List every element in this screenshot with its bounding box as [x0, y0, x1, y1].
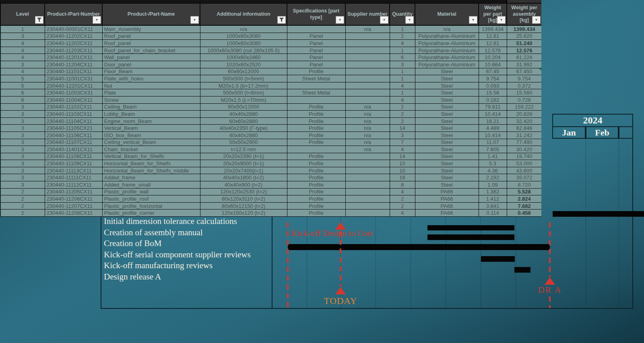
cell-qty[interactable]: 4 [390, 96, 415, 103]
cell-info[interactable]: 60x60x12000 [200, 68, 287, 75]
cell-supplier[interactable]: n/a [345, 111, 390, 118]
cell-spec[interactable]: Profile [287, 202, 345, 209]
cell-part_number[interactable]: 230440-11109CX11 [45, 160, 102, 167]
cell-info[interactable]: 500x500 (t=8mm) [200, 89, 287, 97]
cell-weight_assembly[interactable]: 61.224 [507, 54, 541, 61]
cell-weight_part[interactable]: 1.41 [479, 153, 507, 160]
cell-spec[interactable]: Panel [287, 61, 345, 68]
cell-qty[interactable]: 2 [390, 202, 415, 209]
cell-weight_assembly[interactable]: 77.490 [507, 139, 541, 146]
cell-part_name[interactable]: Vertical_Beam [102, 125, 200, 132]
cell-weight_assembly[interactable]: 5.528 [507, 188, 541, 195]
cell-weight_part[interactable]: 15.56 [479, 89, 507, 97]
cell-qty[interactable]: 1 [390, 25, 415, 33]
cell-spec[interactable]: Profile [287, 125, 345, 132]
cell-weight_part[interactable]: 67.45 [479, 68, 507, 75]
dropdown-arrow-button[interactable]: ▼ [532, 16, 541, 24]
cell-info[interactable]: M20x1.5 (b=17.2mm) [200, 82, 287, 89]
cell-material[interactable]: Steel [415, 131, 479, 139]
cell-part_number[interactable]: 230440-11201CX11 [45, 54, 102, 61]
cell-material[interactable]: Steel [415, 181, 479, 189]
cell-part_name[interactable]: Plastic_profile_corner [102, 209, 200, 217]
cell-weight_assembly[interactable]: 9.754 [507, 75, 541, 82]
dropdown-arrow-button[interactable]: ▼ [497, 16, 506, 24]
cell-supplier[interactable] [345, 167, 390, 174]
cell-spec[interactable]: Panel [287, 40, 345, 47]
cell-material[interactable]: Steel [415, 167, 479, 174]
cell-material[interactable]: Steel [415, 75, 479, 82]
cell-qty[interactable]: 7 [390, 139, 415, 146]
cell-level[interactable]: 3 [0, 111, 45, 118]
cell-part_number[interactable]: 230440-11205CX11 [45, 188, 102, 195]
cell-weight_assembly[interactable]: 53.000 [507, 160, 541, 167]
cell-weight_part[interactable]: 10.204 [479, 54, 507, 61]
cell-spec[interactable]: Panel [287, 54, 345, 61]
cell-weight_part[interactable]: 0.114 [479, 209, 507, 217]
cell-qty[interactable]: 1 [390, 89, 415, 97]
cell-spec[interactable]: Panel [287, 33, 345, 40]
cell-supplier[interactable] [345, 47, 390, 54]
cell-weight_part[interactable]: 4.489 [479, 125, 507, 132]
cell-info[interactable]: 60x60x2880 [200, 117, 287, 125]
cell-info[interactable]: 40x40x900 (t=2) [200, 181, 287, 189]
cell-part_name[interactable]: Wall_panel [102, 54, 200, 61]
cell-weight_assembly[interactable]: 32.420 [507, 117, 541, 125]
cell-part_number[interactable]: 230440-11004CX11 [45, 96, 102, 103]
cell-info[interactable]: 20x20x2390 (t=1) [200, 153, 287, 160]
cell-supplier[interactable]: n/a [345, 103, 390, 111]
cell-material[interactable]: n/a [415, 25, 479, 33]
cell-spec[interactable]: Profile [287, 195, 345, 203]
cell-spec[interactable]: Sheet Metal [287, 75, 345, 82]
cell-info[interactable]: 80x60x12150 (t=2) [200, 202, 287, 209]
cell-part_number[interactable]: 230440-11108CX11 [45, 153, 102, 160]
cell-weight_part[interactable]: 0.093 [479, 82, 507, 89]
cell-supplier[interactable] [345, 209, 390, 217]
cell-part_name[interactable]: Roof_panel [102, 40, 200, 47]
cell-weight_assembly[interactable]: 51.240 [507, 40, 541, 47]
cell-weight_part[interactable]: 2.192 [479, 174, 507, 181]
cell-part_number[interactable]: 230440-11106CX11 [45, 131, 102, 139]
cell-part_number[interactable]: 230440-11204CX11 [45, 61, 102, 68]
cell-supplier[interactable] [345, 160, 390, 167]
cell-level[interactable]: 3 [0, 33, 45, 40]
cell-qty[interactable]: 10 [390, 160, 415, 167]
cell-supplier[interactable]: n/a [345, 146, 390, 153]
cell-level[interactable]: 3 [0, 181, 45, 189]
cell-supplier[interactable] [345, 75, 390, 82]
cell-qty[interactable]: 2 [390, 195, 415, 203]
cell-info[interactable]: 120x150x120 (t=2) [200, 209, 287, 217]
cell-level[interactable]: 3 [0, 103, 45, 111]
cell-part_number[interactable]: 230440-11104CX11 [45, 117, 102, 125]
cell-material[interactable]: Steel [415, 68, 479, 75]
cell-weight_assembly[interactable]: 0.372 [507, 82, 541, 89]
cell-spec[interactable]: Profile [287, 209, 345, 217]
cell-weight_assembly[interactable]: 7.682 [507, 202, 541, 209]
cell-supplier[interactable] [345, 153, 390, 160]
cell-info[interactable]: 500x500 (t=5mm) [200, 75, 287, 82]
cell-weight_part[interactable]: 1.09 [479, 181, 507, 189]
cell-level[interactable]: 6 [0, 89, 45, 97]
cell-qty[interactable]: 1 [390, 47, 415, 54]
cell-weight_part[interactable]: 12.576 [479, 47, 507, 54]
cell-info[interactable]: M20x1.5 (L=70mm) [200, 96, 287, 103]
cell-weight_assembly[interactable]: 20.828 [507, 111, 541, 118]
cell-info[interactable]: 1020x60x2520 [200, 61, 287, 68]
cell-spec[interactable]: Profile [287, 131, 345, 139]
cell-part_number[interactable]: 230440-12201CX11 [45, 82, 102, 89]
cell-material[interactable]: Steel [415, 96, 479, 103]
cell-part_number[interactable]: 230440-11102CX11 [45, 103, 102, 111]
cell-info[interactable]: 1000x60x3080 [200, 40, 287, 47]
cell-supplier[interactable] [345, 89, 390, 97]
cell-spec[interactable]: Profile [287, 181, 345, 189]
cell-weight_part[interactable]: 10.414 [479, 131, 507, 139]
cell-qty[interactable]: 1 [390, 68, 415, 75]
cell-part_name[interactable]: Ceiling_vertical_Beam [102, 139, 200, 146]
cell-material[interactable]: Steel [415, 103, 479, 111]
cell-material[interactable]: Steel [415, 82, 479, 89]
cell-part_name[interactable]: Plate_with_holes [102, 75, 200, 82]
cell-spec[interactable]: Profile [287, 103, 345, 111]
cell-weight_assembly[interactable]: 62.846 [507, 125, 541, 132]
cell-weight_assembly[interactable]: 43.600 [507, 167, 541, 174]
cell-level[interactable]: 3 [0, 131, 45, 139]
cell-part_name[interactable]: Plastic_profile_roof [102, 195, 200, 203]
